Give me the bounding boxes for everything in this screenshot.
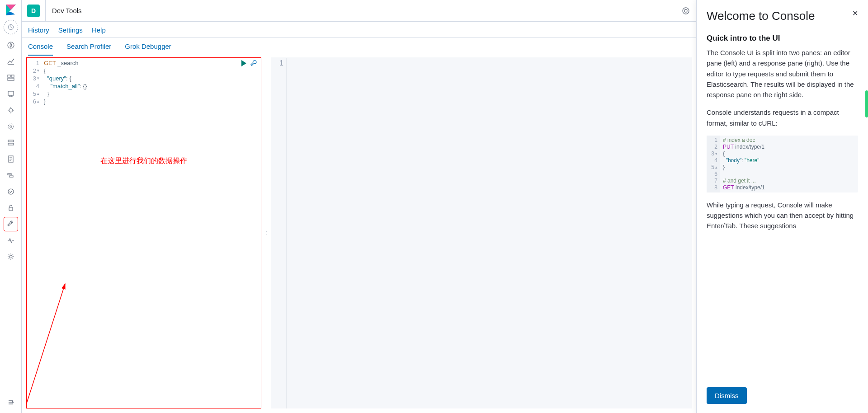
flyout-paragraph: Console understands requests in a compac… <box>707 107 858 128</box>
history-link[interactable]: History <box>28 26 49 34</box>
response-gutter: 1 <box>271 58 287 408</box>
maps-icon[interactable] <box>4 103 18 117</box>
svg-rect-13 <box>9 176 13 177</box>
svg-rect-4 <box>8 78 14 80</box>
apm-icon[interactable] <box>4 168 18 183</box>
svg-point-18 <box>684 9 687 12</box>
close-flyout-button[interactable]: ✕ <box>852 9 858 18</box>
collapse-sidebar-icon[interactable] <box>4 395 18 409</box>
editor-pane[interactable]: 1 2▾ 3▾ 4 5▴ 6▴ GET _search { "query": {… <box>26 57 261 408</box>
svg-rect-15 <box>9 207 13 211</box>
ml-icon[interactable] <box>4 119 18 134</box>
welcome-flyout: Welcome to Console ✕ Quick intro to the … <box>696 0 868 413</box>
request-options-icon[interactable] <box>250 60 257 67</box>
pane-resize-handle[interactable] <box>265 57 268 408</box>
main-area: D Dev Tools History Settings Help Consol… <box>22 0 696 413</box>
settings-link[interactable]: Settings <box>58 26 83 34</box>
flyout-paragraph: The Console UI is split into two panes: … <box>707 47 858 100</box>
topbar: D Dev Tools <box>22 0 696 22</box>
svg-point-14 <box>8 189 14 194</box>
flyout-body[interactable]: Quick intro to the UI The Console UI is … <box>697 28 868 387</box>
svg-point-6 <box>9 108 13 112</box>
code-sample: 1 2 3▾ 4 5▴ 6 7 8 # index a doc PUT inde… <box>707 136 858 192</box>
canvas-icon[interactable] <box>4 87 18 101</box>
tab-grok-debugger[interactable]: Grok Debugger <box>125 42 171 56</box>
recent-items-icon[interactable] <box>4 20 18 34</box>
visualize-icon[interactable] <box>4 54 18 69</box>
flyout-paragraph: While typing a request, Console will mak… <box>707 200 858 231</box>
svg-rect-9 <box>8 140 14 142</box>
space-switcher-icon[interactable] <box>681 6 691 16</box>
svg-rect-12 <box>8 174 11 175</box>
siem-icon[interactable] <box>4 201 18 215</box>
submenu: History Settings Help <box>22 22 696 38</box>
tab-console[interactable]: Console <box>28 42 53 56</box>
app-badge: D <box>27 5 40 17</box>
management-icon[interactable] <box>4 249 18 264</box>
svg-rect-10 <box>8 143 14 145</box>
editor-gutter: 1 2▾ 3▾ 4 5▴ 6▴ <box>27 58 42 107</box>
response-pane[interactable]: 1 <box>271 57 692 408</box>
flyout-title: Welcome to Console <box>707 9 815 23</box>
sidebar-nav <box>4 38 18 264</box>
help-link[interactable]: Help <box>92 26 106 34</box>
scrollbar-indicator[interactable] <box>865 90 868 117</box>
uptime-icon[interactable] <box>4 184 18 199</box>
editor-code[interactable]: GET _search { "query": { "match_all": {}… <box>42 58 261 107</box>
svg-point-7 <box>10 126 12 127</box>
svg-line-19 <box>27 284 65 408</box>
discover-icon[interactable] <box>4 38 18 52</box>
flyout-subheading: Quick intro to the UI <box>707 34 858 43</box>
annotation-text: 在这里进行我们的数据操作 <box>27 156 261 166</box>
run-query-icon[interactable] <box>241 60 246 66</box>
sidebar <box>0 0 22 413</box>
svg-rect-3 <box>11 75 14 77</box>
dismiss-button[interactable]: Dismiss <box>707 387 747 404</box>
dashboard-icon[interactable] <box>4 70 18 85</box>
kibana-logo-icon[interactable] <box>5 4 17 16</box>
monitoring-icon[interactable] <box>4 233 18 248</box>
svg-rect-5 <box>8 91 14 95</box>
annotation-arrow-icon <box>27 205 90 408</box>
svg-point-17 <box>683 8 689 14</box>
infra-icon[interactable] <box>4 136 18 150</box>
response-code[interactable] <box>287 58 692 408</box>
tabs: Console Search Profiler Grok Debugger <box>22 38 696 56</box>
devtools-icon[interactable] <box>4 217 18 231</box>
svg-point-8 <box>8 124 14 129</box>
svg-point-16 <box>9 255 12 258</box>
logs-icon[interactable] <box>4 152 18 166</box>
tab-search-profiler[interactable]: Search Profiler <box>66 42 111 56</box>
svg-rect-2 <box>8 75 10 77</box>
workspace: 1 2▾ 3▾ 4 5▴ 6▴ GET _search { "query": {… <box>22 56 696 413</box>
app-title: Dev Tools <box>45 0 82 21</box>
